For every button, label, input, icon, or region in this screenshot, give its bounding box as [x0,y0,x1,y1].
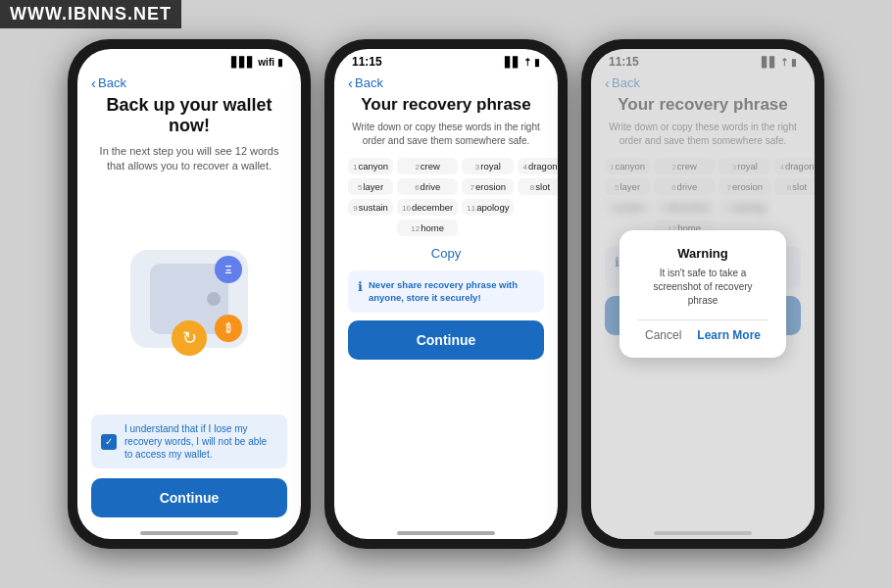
status-icons-1: ▋▋▋ wifi ▮ [231,57,283,68]
word-cell: 3royal [462,158,514,174]
word-cell: 2crew [397,158,458,174]
word-cell: 11apology [462,199,514,216]
word-cell: 6drive [397,178,458,195]
screen1-desc: In the next step you will see 12 words t… [91,144,287,174]
checkbox-icon[interactable]: ✓ [101,434,117,450]
home-indicator-1 [140,531,238,535]
safe-handle [207,292,221,306]
modal-cancel-button[interactable]: Cancel [645,328,681,342]
phone-3-screen: 11:15 ▋▋ ⇡ ▮ ‹ Back Your recovery phrase… [591,49,815,539]
battery-icon: ▮ [277,57,283,68]
phone-2-screen: 11:15 ▋▋ ⇡ ▮ ‹ Back Your recovery phrase… [334,49,558,539]
wallet-safe: Ξ ₿ ↻ [130,250,248,348]
status-bar-1: ▋▋▋ wifi ▮ [77,49,301,71]
home-indicator-2 [397,531,495,535]
eth-icon: Ξ [215,256,242,283]
screen1-title: Back up your wallet now! [91,95,287,136]
word-cell: 12home [397,220,458,236]
modal-learn-more-button[interactable]: Learn More [697,328,761,342]
screen2-desc: Write down or copy these words in the ri… [348,121,544,148]
status-icons-2: ▋▋ ⇡ ▮ [505,57,540,68]
word-cell: 1canyon [348,158,393,174]
phone-1: ▋▋▋ wifi ▮ ‹ Back Back up your wallet no… [68,39,311,549]
warning-modal: Warning It isn't safe to take a screensh… [619,230,786,358]
screen2-title: Your recovery phrase [348,95,544,115]
back-label-1: Back [98,75,126,90]
signal-icon: ▋▋▋ [231,57,255,68]
back-button-2[interactable]: ‹ Back [348,74,383,91]
time-2: 11:15 [352,55,382,69]
wallet-image: Ξ ₿ ↻ [91,184,287,415]
warning-text-2: Never share recovery phrase with anyone,… [369,278,534,305]
nav-bar-2: ‹ Back [334,71,558,95]
warning-banner-2: ℹ Never share recovery phrase with anyon… [348,270,544,313]
back-button-1[interactable]: ‹ Back [91,74,126,91]
nav-bar-1: ‹ Back [77,71,301,95]
signal-icon-2: ▋▋ [505,57,520,68]
word-cell: 4dragon [518,158,558,174]
modal-overlay: Warning It isn't safe to take a screensh… [591,49,815,539]
wifi-icon: wifi [258,57,274,68]
copy-button[interactable]: Copy [348,246,544,261]
continue-button-1[interactable]: Continue [91,478,287,517]
word-cell: 5layer [348,178,393,195]
screen2-content: Your recovery phrase Write down or copy … [334,95,558,525]
wifi-icon-2: ⇡ [523,57,531,68]
word-cell: 8slot [518,178,558,195]
modal-title: Warning [637,246,768,261]
word-grid-2: 1canyon2crew3royal4dragon5layer6drive7er… [348,158,544,236]
back-chevron-2: ‹ [348,74,353,91]
phone-3: 11:15 ▋▋ ⇡ ▮ ‹ Back Your recovery phrase… [581,39,824,549]
status-bar-2: 11:15 ▋▋ ⇡ ▮ [334,49,558,71]
battery-icon-2: ▮ [534,57,540,68]
phone-2: 11:15 ▋▋ ⇡ ▮ ‹ Back Your recovery phrase… [324,39,568,549]
word-cell: 9sustain [348,199,393,216]
watermark: WWW.IBNNS.NET [0,0,181,28]
word-cell: 7erosion [462,178,514,195]
screen1-content: Back up your wallet now! In the next ste… [77,95,301,525]
checkbox-row[interactable]: ✓ I understand that if I lose my recover… [91,415,287,468]
warning-icon-2: ℹ [358,279,363,294]
checkbox-text: I understand that if I lose my recovery … [124,422,277,461]
phone-1-screen: ▋▋▋ wifi ▮ ‹ Back Back up your wallet no… [77,49,301,539]
continue-button-2[interactable]: Continue [348,320,544,360]
back-label-2: Back [355,75,383,90]
word-cell: 10december [397,199,458,216]
modal-desc: It isn't safe to take a screenshot of re… [637,267,768,308]
btc-icon: ₿ [215,315,242,342]
modal-buttons: Cancel Learn More [637,319,768,342]
refresh-icon[interactable]: ↻ [172,320,207,356]
back-chevron-1: ‹ [91,74,96,91]
